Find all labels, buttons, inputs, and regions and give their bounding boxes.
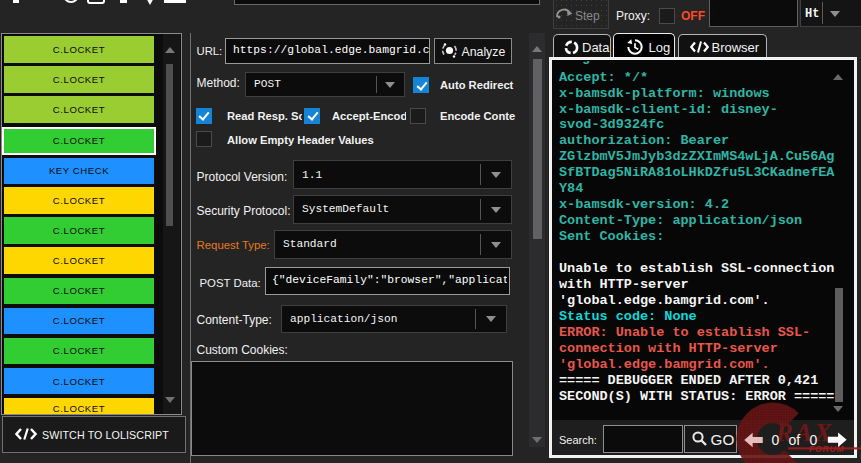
- svg-text:RAX: RAX: [775, 418, 834, 447]
